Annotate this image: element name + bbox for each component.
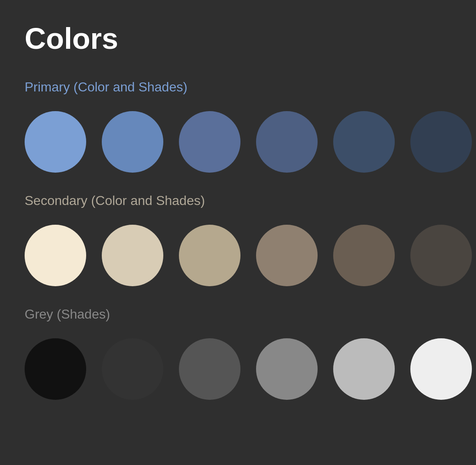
color-swatch-secondary-1 <box>102 225 163 286</box>
color-swatch-secondary-4 <box>333 225 395 286</box>
color-swatch-grey-1 <box>102 338 163 400</box>
color-swatch-grey-3 <box>256 338 318 400</box>
section-grey: Grey (Shades) <box>25 307 451 400</box>
color-swatch-secondary-3 <box>256 225 318 286</box>
color-swatch-grey-0 <box>25 338 86 400</box>
color-swatch-primary-2 <box>179 111 240 173</box>
color-swatch-grey-4 <box>333 338 395 400</box>
color-swatch-primary-1 <box>102 111 163 173</box>
color-swatch-secondary-5 <box>410 225 472 286</box>
color-row-primary <box>25 111 451 173</box>
color-swatch-secondary-0 <box>25 225 86 286</box>
section-primary: Primary (Color and Shades) <box>25 80 451 173</box>
color-swatch-primary-5 <box>410 111 472 173</box>
section-label-grey: Grey (Shades) <box>25 307 451 322</box>
page-title: Colors <box>25 23 451 55</box>
section-label-primary: Primary (Color and Shades) <box>25 80 451 95</box>
color-swatch-primary-0 <box>25 111 86 173</box>
color-row-grey <box>25 338 451 400</box>
section-secondary: Secondary (Color and Shades) <box>25 193 451 286</box>
section-label-secondary: Secondary (Color and Shades) <box>25 193 451 208</box>
color-row-secondary <box>25 225 451 286</box>
color-swatch-secondary-2 <box>179 225 240 286</box>
color-swatch-grey-5 <box>410 338 472 400</box>
color-swatch-primary-4 <box>333 111 395 173</box>
color-swatch-grey-2 <box>179 338 240 400</box>
color-swatch-primary-3 <box>256 111 318 173</box>
